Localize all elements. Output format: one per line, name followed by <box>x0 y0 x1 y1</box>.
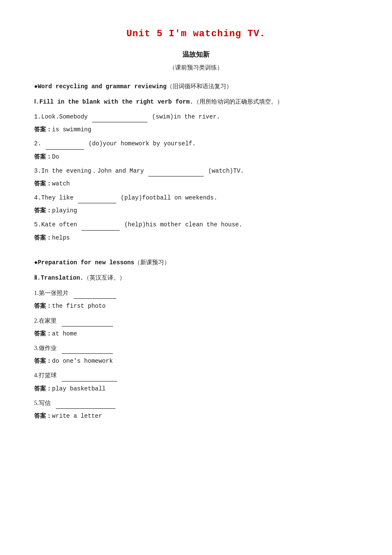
part1-instruction-en: Fill in the blank with the right verb fo… <box>39 98 193 105</box>
trans-answer-3: 答案：do one's homework <box>34 356 358 367</box>
question-2: 2. (do)your homework by yourself. <box>34 139 358 149</box>
answer-2: 答案：Do <box>34 151 358 162</box>
tq2-text: 2.在家里 <box>34 318 57 324</box>
word-recycling-heading: ●Word recycling and grammar reviewing（旧词… <box>34 81 358 92</box>
part2-instruction-en: Translation. <box>40 275 84 281</box>
tans-3-label: 答案： <box>34 358 52 364</box>
part2-roman: Ⅱ. <box>34 275 40 281</box>
q3-prefix: 3.In the evening，John and Mary <box>34 168 144 174</box>
section-main-title: 温故知新 <box>34 49 358 61</box>
tans-4-content: play basketball <box>52 385 106 392</box>
answer-4: 答案：playing <box>34 205 358 216</box>
answer-2-label: 答案： <box>34 153 52 160</box>
q1-num: 1.Look.Somebody <box>34 113 88 120</box>
tq3-text: 3.做作业 <box>34 345 57 351</box>
answer-5-label: 答案： <box>34 234 52 241</box>
q3-suffix: (watch)TV. <box>208 168 244 174</box>
question-5: 5.Kate often (help)his mother clean the … <box>34 220 358 230</box>
answer-3-content: watch <box>52 180 70 187</box>
preparation-heading-cn: （新课预习） <box>134 259 170 266</box>
trans-answer-1: 答案：the first photo <box>34 301 358 312</box>
tq3-blank <box>62 353 113 354</box>
trans-answer-5: 答案：write a letter <box>34 410 358 422</box>
question-3: 3.In the evening，John and Mary (watch)TV… <box>34 166 358 176</box>
trans-question-2: 2.在家里 <box>34 315 358 327</box>
tq2-blank <box>62 326 113 327</box>
q4-suffix: (play)football on weekends. <box>121 194 217 201</box>
trans-question-3: 3.做作业 <box>34 343 358 354</box>
q1-blank <box>92 122 147 122</box>
question-1: 1.Look.Somebody (swim)in the river. <box>34 112 358 122</box>
q2-blank <box>46 149 84 150</box>
trans-question-1: 1.第一张照片 <box>34 288 358 299</box>
q1-suffix: (swim)in the river. <box>152 113 220 120</box>
trans-question-4: 4.打篮球 <box>34 370 358 381</box>
q4-prefix: 4.They like <box>34 194 73 201</box>
tans-5-label: 答案： <box>34 413 52 419</box>
tans-1-content: the first photo <box>52 303 106 309</box>
preparation-heading-en: ●Preparation for new lessons <box>34 259 134 266</box>
word-recycling-heading-cn: （旧词循环和语法复习） <box>167 83 232 90</box>
tans-1-label: 答案： <box>34 303 52 309</box>
answer-1-content: is swimming <box>52 126 91 133</box>
q4-blank <box>78 203 116 203</box>
trans-answer-4: 答案：play basketball <box>34 383 358 394</box>
q5-prefix: 5.Kate often <box>34 221 77 228</box>
tq1-text: 1.第一张照片 <box>34 290 69 296</box>
answer-4-label: 答案： <box>34 207 52 214</box>
q5-blank <box>81 230 120 231</box>
q2-num: 2. <box>34 140 41 147</box>
tans-2-label: 答案： <box>34 330 52 337</box>
tans-4-label: 答案： <box>34 385 52 392</box>
part1-heading: Ⅰ.Fill in the blank with the right verb … <box>34 96 358 107</box>
preparation-heading: ●Preparation for new lessons（新课预习） <box>34 257 358 268</box>
tq1-blank <box>74 298 116 299</box>
tans-5-content: write a letter <box>52 413 102 419</box>
trans-answer-2: 答案：at home <box>34 328 358 339</box>
part1-instruction-cn: （用所给动词的正确形式填空。） <box>193 98 283 105</box>
tq5-blank <box>56 408 115 409</box>
page-title: Unit 5 I'm watching TV. <box>34 26 358 43</box>
trans-question-5: 5.写信 <box>34 398 358 409</box>
answer-1-label: 答案： <box>34 126 52 133</box>
tq4-text: 4.打篮球 <box>34 372 57 379</box>
tans-3-content: do one's homework <box>52 358 113 364</box>
part1-roman: Ⅰ. <box>34 98 39 105</box>
tq4-blank <box>62 381 117 382</box>
answer-2-content: Do <box>52 153 59 160</box>
word-recycling-heading-en: ●Word recycling and grammar reviewing <box>34 83 167 90</box>
tq5-text: 5.写信 <box>34 400 51 406</box>
answer-5-content: helps <box>52 234 70 241</box>
tans-2-content: at home <box>52 330 77 337</box>
part2-instruction-cn: （英汉互译。） <box>84 275 125 281</box>
answer-5: 答案：helps <box>34 232 358 243</box>
q2-suffix: (do)your homework by yourself. <box>89 140 196 147</box>
answer-4-content: playing <box>52 207 77 214</box>
answer-3: 答案：watch <box>34 178 358 189</box>
section-main-subtitle: （课前预习类训练） <box>34 62 358 73</box>
q3-blank <box>148 176 204 176</box>
part2-heading: Ⅱ.Translation.（英汉互译。） <box>34 272 358 283</box>
question-4: 4.They like (play)football on weekends. <box>34 193 358 203</box>
answer-1: 答案：is swimming <box>34 124 358 135</box>
answer-3-label: 答案： <box>34 180 52 187</box>
q5-suffix: (help)his mother clean the house. <box>124 221 242 228</box>
